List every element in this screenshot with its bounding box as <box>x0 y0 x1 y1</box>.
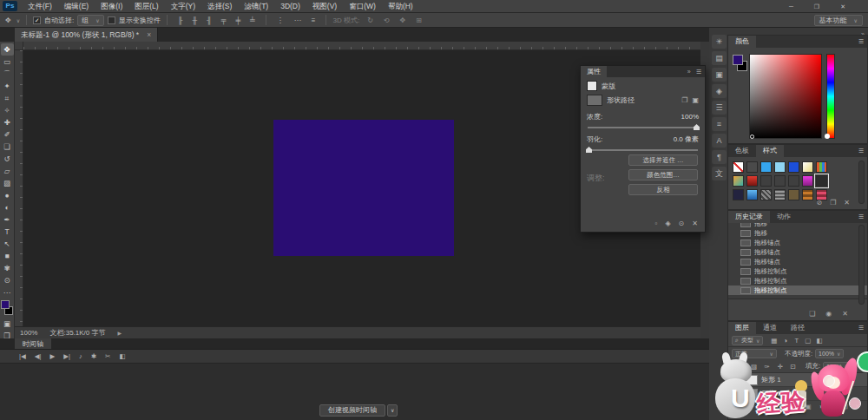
distribute-vertical-icon[interactable]: ⋮ <box>275 16 286 24</box>
hue-slider-marker[interactable] <box>825 134 830 139</box>
auto-select-dropdown[interactable]: 组 ∨ <box>77 15 103 26</box>
new-style-icon[interactable]: ❐ <box>830 199 836 207</box>
minimize-button[interactable]: ─ <box>789 3 793 10</box>
feather-slider[interactable] <box>588 149 698 151</box>
workspace-switcher[interactable]: 基本功能 ∨ <box>814 15 863 26</box>
style-swatch[interactable] <box>746 189 758 200</box>
style-swatch[interactable] <box>774 175 786 187</box>
quick-selection-tool[interactable]: ✦ <box>1 80 14 92</box>
style-swatch[interactable] <box>788 175 799 187</box>
chevron-down-icon[interactable]: ∨ <box>16 17 20 23</box>
brush-tool[interactable]: ✐ <box>1 128 14 141</box>
delete-state-icon[interactable]: ✕ <box>842 310 848 318</box>
clone-stamp-tool[interactable]: ❏ <box>1 141 14 153</box>
panel-tab[interactable]: 图层 <box>728 322 756 334</box>
menu-item[interactable]: 图层(L) <box>128 0 164 13</box>
collapse-panel-icon[interactable]: » <box>687 66 691 77</box>
style-swatch[interactable] <box>774 189 786 200</box>
eraser-tool[interactable]: ▱ <box>1 165 14 177</box>
timeline-tab[interactable]: 时间轴 <box>15 338 51 349</box>
layer-name[interactable]: 矩形 1 <box>761 375 781 384</box>
libraries-panel-icon[interactable]: ▣ <box>712 68 727 82</box>
style-swatch[interactable] <box>733 189 744 200</box>
mask-thumbnail[interactable] <box>587 95 602 106</box>
zoom-level[interactable]: 100% <box>20 329 37 337</box>
style-swatch[interactable] <box>760 161 772 173</box>
delete-mask-icon[interactable]: ✕ <box>692 220 698 227</box>
style-swatch[interactable] <box>746 161 758 173</box>
hand-tool[interactable]: ✾ <box>1 262 14 274</box>
show-transform-checkbox[interactable] <box>108 16 115 24</box>
layer-row[interactable]: ⊙ 矩形 1 <box>728 373 867 387</box>
history-state-row[interactable]: 拖移 <box>728 228 867 238</box>
panel-tab[interactable]: 色板 <box>728 145 756 157</box>
adjustments-panel-icon[interactable]: ✳ <box>712 35 727 49</box>
layer-name[interactable]: 形状 1 <box>761 389 781 398</box>
3d-roll-icon[interactable]: ⟲ <box>382 16 391 24</box>
align-bottom-icon[interactable]: ╧ <box>248 16 257 24</box>
panel-menu-icon[interactable]: ☰ <box>858 38 864 45</box>
tab-properties[interactable]: 属性 <box>581 66 607 77</box>
scrollbar[interactable] <box>858 225 865 305</box>
delete-style-icon[interactable]: ✕ <box>844 199 850 207</box>
menu-item[interactable]: 选择(S) <box>201 0 238 13</box>
hue-slider[interactable] <box>826 54 835 139</box>
apply-mask-icon[interactable]: ◈ <box>665 220 670 227</box>
paragraph-panel-icon[interactable]: ¶ <box>712 150 727 164</box>
next-frame-button[interactable]: ▶| <box>63 352 70 360</box>
gradient-tool[interactable]: ▨ <box>1 177 14 189</box>
align-v-center-icon[interactable]: ╪ <box>233 16 242 24</box>
layer-filter-dropdown[interactable]: ⌕ 类型 ∨ <box>732 336 763 345</box>
panel-menu-icon[interactable]: ☰ <box>858 148 864 154</box>
close-tab-icon[interactable]: × <box>147 28 151 42</box>
restore-button[interactable]: ❐ <box>814 3 819 10</box>
foreground-color-swatch[interactable] <box>733 55 743 65</box>
mask-refine-button[interactable]: 颜色范围… <box>628 169 698 180</box>
new-doc-from-state-icon[interactable]: ❏ <box>809 310 815 318</box>
saturation-brightness-field[interactable] <box>749 54 822 139</box>
new-group-icon[interactable]: ❒ <box>829 403 835 410</box>
style-swatch[interactable] <box>760 189 772 200</box>
menu-item[interactable]: 编辑(E) <box>58 0 95 13</box>
dodge-tool[interactable]: ◐ <box>1 201 14 213</box>
play-button[interactable]: ▶ <box>49 352 55 360</box>
style-swatch[interactable] <box>802 189 813 200</box>
menu-item[interactable]: 滤镜(T) <box>238 0 274 13</box>
character-panel-icon[interactable]: A <box>712 134 727 148</box>
panel-menu-icon[interactable]: ☰ <box>858 213 864 220</box>
add-mask-icon[interactable]: ▣ <box>806 403 812 410</box>
feather-slider-handle[interactable] <box>586 147 592 153</box>
layer-row[interactable]: ⊙ 形状 1 <box>728 387 867 401</box>
history-state-row[interactable]: 拖移控制点 <box>728 266 867 276</box>
load-selection-icon[interactable]: ▫ <box>655 220 658 227</box>
panel-tab[interactable]: 通道 <box>756 322 784 334</box>
align-h-center-icon[interactable]: ╫ <box>190 16 199 24</box>
mask-refine-button[interactable]: 选择并遮住 … <box>628 154 698 166</box>
density-slider[interactable] <box>588 127 698 128</box>
align-top-icon[interactable]: ╤ <box>220 16 228 24</box>
3d-pan-icon[interactable]: ✥ <box>398 16 408 24</box>
layer-visibility-icon[interactable]: ⊙ <box>731 390 741 397</box>
first-frame-button[interactable]: |◀ <box>19 352 26 360</box>
style-swatch[interactable] <box>802 175 813 187</box>
scrollbar[interactable] <box>858 161 865 204</box>
history-brush-tool[interactable]: ↺ <box>1 153 14 165</box>
feather-value[interactable]: 0.0 像素 <box>674 135 699 144</box>
menu-item[interactable]: 视图(V) <box>306 0 343 13</box>
timeline-mode-dropdown[interactable]: ∨ <box>387 404 398 417</box>
blur-tool[interactable]: ● <box>1 189 14 201</box>
layer-style-icon[interactable]: fx <box>793 403 799 410</box>
filter-type-icon[interactable]: T <box>792 337 801 345</box>
menu-item[interactable]: 3D(D) <box>274 0 306 13</box>
history-state-row[interactable]: 拖移锚点 <box>728 247 867 257</box>
zoom-tool[interactable]: ⊙ <box>1 274 14 286</box>
history-state-row[interactable]: 拖移控制点 <box>728 285 867 295</box>
filter-shape-icon[interactable]: ▢ <box>803 337 812 345</box>
styles-panel-icon[interactable]: ▤ <box>712 51 727 65</box>
auto-align-icon[interactable]: ≡ <box>310 16 318 24</box>
lock-transparent-icon[interactable]: ▨ <box>749 363 759 371</box>
panel-menu-icon[interactable]: ☰ <box>858 325 864 331</box>
blend-mode-dropdown[interactable]: 正常 ∨ <box>732 349 777 358</box>
new-snapshot-icon[interactable]: ◉ <box>825 310 832 318</box>
style-swatch[interactable] <box>788 161 799 173</box>
